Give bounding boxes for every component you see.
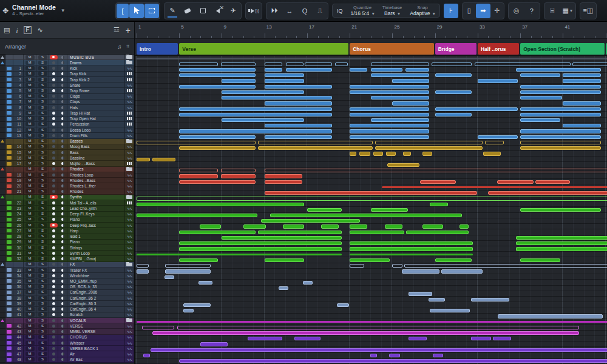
audio-clip[interactable] [371, 96, 429, 99]
solo-button[interactable]: S [36, 55, 49, 60]
arranger-section[interactable]: Chorus [350, 43, 434, 55]
solo-button[interactable]: S [36, 285, 49, 290]
monitor-cell[interactable] [58, 245, 67, 251]
split-tool-button[interactable] [195, 4, 210, 18]
audio-clip[interactable] [520, 96, 562, 99]
monitor-cell[interactable] [58, 195, 67, 200]
mute-button[interactable]: M [24, 256, 36, 261]
track-row[interactable]: 41MSScratch∿∿ [0, 312, 134, 318]
track-name[interactable]: Deep Flig..lass [67, 223, 125, 228]
audio-clip[interactable] [409, 292, 432, 295]
clip-outline[interactable] [179, 169, 218, 172]
record-cell[interactable] [49, 55, 58, 60]
track-name[interactable]: Piano [67, 217, 125, 223]
solo-button[interactable]: S [36, 72, 49, 77]
monitor-cell[interactable] [58, 290, 67, 295]
solo-button[interactable]: S [36, 290, 49, 295]
clip-outline[interactable] [137, 264, 149, 268]
monitor-cell[interactable] [58, 240, 67, 245]
monitor-cell[interactable] [58, 323, 67, 329]
solo-button[interactable]: S [36, 94, 49, 99]
track-name[interactable]: Air Bas [67, 357, 125, 363]
clip-outline[interactable] [177, 326, 580, 329]
record-cell[interactable] [49, 133, 58, 138]
monitor-cell[interactable] [58, 183, 67, 189]
solo-button[interactable]: S [36, 139, 49, 144]
audio-clip[interactable] [265, 68, 282, 72]
track-row[interactable]: 19MSRhodes ..Bass∿∿ [0, 178, 134, 183]
audio-clip[interactable] [222, 118, 304, 122]
audio-clip[interactable] [392, 101, 429, 105]
solo-button[interactable]: S [36, 262, 49, 268]
bus-track-row[interactable]: MSMUSIC BUS [0, 55, 134, 60]
track-row[interactable]: 18MSRhodes Loop∿∿ [0, 172, 134, 178]
audio-clip[interactable] [137, 214, 257, 217]
audio-clip[interactable] [403, 152, 411, 155]
mute-button[interactable]: M [24, 228, 36, 234]
track-row[interactable]: 30MSStrings∿∿ [0, 245, 134, 251]
audio-clip[interactable] [563, 101, 600, 105]
solo-button[interactable]: S [36, 167, 49, 172]
track-row[interactable]: 36MSOS_SCS..h_33∿∿ [0, 285, 134, 290]
audio-clip[interactable] [152, 158, 175, 161]
clip-outline[interactable] [371, 62, 429, 66]
track-name[interactable]: CarEngin..2086 [67, 290, 125, 295]
solo-button[interactable]: S [36, 335, 49, 340]
track-row[interactable]: 37MSCarEngin..2086∿∿ [0, 290, 134, 295]
audio-clip[interactable] [441, 269, 482, 273]
track-name[interactable]: VOCALS [67, 318, 125, 323]
mute-button[interactable]: M [24, 357, 36, 363]
audio-clip[interactable] [179, 73, 255, 77]
mute-button[interactable]: M [24, 295, 36, 301]
monitor-cell[interactable] [58, 127, 67, 133]
audio-clip[interactable] [392, 79, 429, 83]
record-cell[interactable] [49, 245, 58, 251]
track-collapse-gutter[interactable] [0, 60, 5, 66]
eraser-tool-button[interactable] [180, 4, 195, 18]
record-cell[interactable] [49, 60, 58, 66]
track-row[interactable]: 21MSRhodes∿∿ [0, 189, 134, 195]
arranger-section[interactable]: Half ..orus [478, 43, 520, 55]
mute-button[interactable]: M [24, 251, 36, 256]
audio-clip[interactable] [265, 85, 332, 89]
audio-clip[interactable] [493, 337, 512, 340]
mixer-view-button[interactable]: ≡◫ [581, 4, 595, 18]
audio-clip[interactable] [350, 152, 356, 155]
monitor-cell[interactable] [58, 346, 67, 351]
solo-button[interactable]: S [36, 155, 49, 161]
track-name[interactable]: Scratch [67, 312, 125, 318]
track-name[interactable]: Lead Cho..ynth [67, 206, 125, 211]
audio-clip[interactable] [520, 258, 560, 262]
audio-clip[interactable] [165, 269, 211, 273]
marquee-tool-button[interactable] [144, 4, 159, 18]
audio-clip[interactable] [520, 107, 600, 111]
clip-outline[interactable] [142, 326, 174, 329]
cursor-follow-button[interactable]: ✛ [491, 4, 503, 18]
audio-clip[interactable] [137, 254, 342, 255]
record-cell[interactable] [49, 357, 58, 363]
record-cell[interactable] [49, 122, 58, 127]
track-row[interactable]: 6MSClaps∿∿ [0, 94, 134, 99]
track-row[interactable]: 48MSAir Bas∿∿ [0, 357, 134, 363]
audio-clip[interactable] [265, 135, 332, 139]
solo-button[interactable]: S [36, 312, 49, 318]
solo-button[interactable]: S [36, 206, 49, 211]
solo-button[interactable]: S [36, 60, 49, 66]
play-overlap-button[interactable]: ⏵⏵ [267, 4, 282, 18]
track-row[interactable]: 8MSHats∿∿ [0, 105, 134, 110]
audio-clip[interactable] [261, 219, 359, 223]
music-note-icon[interactable]: ♫ [117, 44, 121, 50]
audio-clip[interactable] [406, 231, 469, 234]
record-cell[interactable] [49, 116, 58, 122]
track-name[interactable]: CarEngin..86 2 [67, 295, 125, 301]
record-cell[interactable] [49, 240, 58, 245]
track-name[interactable]: lead 1 [67, 234, 125, 240]
clip-outline[interactable] [375, 141, 482, 144]
mute-button[interactable]: M [24, 161, 36, 166]
audio-clip[interactable] [137, 158, 150, 161]
audio-clip[interactable] [321, 224, 339, 228]
audio-clip[interactable] [179, 241, 342, 245]
chevron-down-icon[interactable]: ▼ [61, 8, 66, 13]
mute-button[interactable]: M [24, 144, 36, 150]
mute-button[interactable]: M [24, 72, 36, 77]
